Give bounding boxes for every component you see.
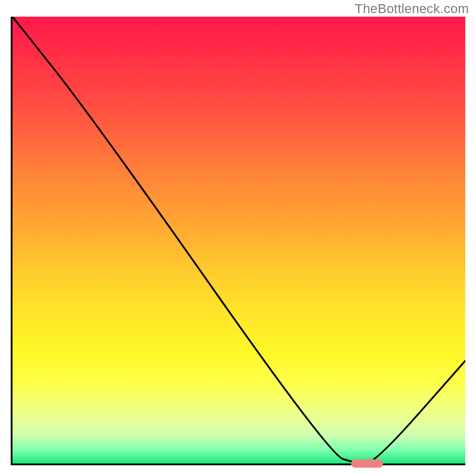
chart-container: TheBottleneck.com	[0, 0, 476, 476]
bottleneck-curve	[12, 17, 465, 464]
plot-area	[11, 17, 465, 465]
optimal-marker	[351, 459, 383, 468]
watermark-text: TheBottleneck.com	[355, 1, 469, 17]
